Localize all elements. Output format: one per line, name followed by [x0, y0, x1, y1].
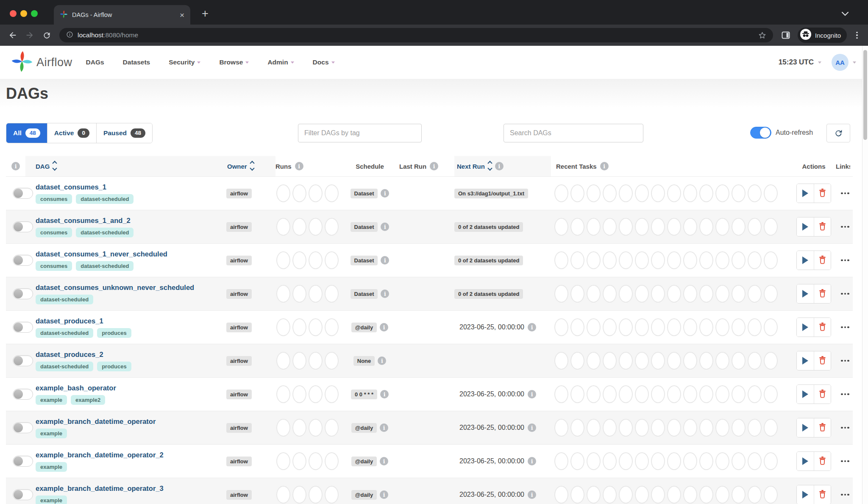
- trigger-dag-button[interactable]: [797, 418, 814, 437]
- task-state-circle[interactable]: [667, 452, 681, 470]
- task-state-circle[interactable]: [570, 285, 584, 303]
- task-state-circle[interactable]: [570, 218, 584, 236]
- task-state-circle[interactable]: [554, 486, 568, 504]
- sort-by-next-run-header[interactable]: Next Runi: [454, 156, 551, 176]
- run-state-circle[interactable]: [276, 184, 290, 202]
- side-panel-icon[interactable]: [778, 28, 793, 43]
- browser-tab[interactable]: DAGs - Airflow ×: [54, 5, 190, 25]
- dag-pause-toggle[interactable]: [13, 255, 33, 266]
- dag-tag[interactable]: example: [36, 496, 67, 504]
- task-state-circle[interactable]: [570, 352, 584, 370]
- task-state-circle[interactable]: [732, 184, 746, 202]
- task-state-circle[interactable]: [732, 218, 746, 236]
- task-state-circle[interactable]: [587, 419, 601, 437]
- run-state-circle[interactable]: [309, 419, 323, 437]
- task-state-circle[interactable]: [651, 285, 665, 303]
- site-info-icon[interactable]: [66, 31, 73, 40]
- task-state-circle[interactable]: [554, 419, 568, 437]
- task-state-circle[interactable]: [699, 318, 713, 336]
- run-state-circle[interactable]: [292, 184, 306, 202]
- run-state-circle[interactable]: [309, 218, 323, 236]
- task-state-circle[interactable]: [619, 318, 633, 336]
- task-state-circle[interactable]: [587, 184, 601, 202]
- task-state-circle[interactable]: [748, 385, 762, 403]
- run-state-circle[interactable]: [276, 251, 290, 269]
- task-state-circle[interactable]: [715, 251, 729, 269]
- task-state-circle[interactable]: [619, 285, 633, 303]
- run-state-circle[interactable]: [325, 218, 339, 236]
- task-state-circle[interactable]: [635, 419, 649, 437]
- run-state-circle[interactable]: [325, 285, 339, 303]
- run-state-circle[interactable]: [292, 285, 306, 303]
- trigger-dag-button[interactable]: [797, 284, 814, 303]
- task-state-circle[interactable]: [587, 285, 601, 303]
- task-state-circle[interactable]: [715, 352, 729, 370]
- task-state-circle[interactable]: [651, 419, 665, 437]
- task-state-circle[interactable]: [651, 318, 665, 336]
- task-state-circle[interactable]: [748, 318, 762, 336]
- task-state-circle[interactable]: [667, 419, 681, 437]
- task-state-circle[interactable]: [764, 486, 778, 504]
- maximize-window-button[interactable]: [31, 10, 38, 17]
- task-state-circle[interactable]: [667, 251, 681, 269]
- dag-link[interactable]: example_branch_datetime_operator: [36, 418, 156, 426]
- run-state-circle[interactable]: [276, 419, 290, 437]
- task-state-circle[interactable]: [699, 385, 713, 403]
- task-state-circle[interactable]: [764, 218, 778, 236]
- task-state-circle[interactable]: [587, 352, 601, 370]
- dag-links-menu[interactable]: [836, 457, 849, 465]
- run-state-circle[interactable]: [276, 318, 290, 336]
- dag-tag[interactable]: example: [36, 429, 67, 438]
- task-state-circle[interactable]: [619, 452, 633, 470]
- task-state-circle[interactable]: [748, 251, 762, 269]
- task-state-circle[interactable]: [651, 251, 665, 269]
- run-state-circle[interactable]: [292, 251, 306, 269]
- reload-icon[interactable]: [39, 28, 54, 43]
- task-state-circle[interactable]: [683, 452, 697, 470]
- nav-item-docs[interactable]: Docs: [313, 58, 335, 66]
- task-state-circle[interactable]: [732, 318, 746, 336]
- task-state-circle[interactable]: [748, 285, 762, 303]
- task-state-circle[interactable]: [667, 352, 681, 370]
- dag-pause-toggle[interactable]: [13, 322, 33, 333]
- tab-close-icon[interactable]: ×: [180, 11, 184, 19]
- task-state-circle[interactable]: [715, 218, 729, 236]
- run-state-circle[interactable]: [309, 452, 323, 470]
- new-tab-button[interactable]: +: [202, 7, 209, 20]
- dag-tag[interactable]: dataset-scheduled: [36, 295, 93, 304]
- task-state-circle[interactable]: [603, 352, 617, 370]
- dag-link[interactable]: example_branch_datetime_operator_3: [36, 485, 164, 493]
- dag-pause-toggle[interactable]: [13, 389, 33, 400]
- owner-badge[interactable]: airflow: [226, 490, 252, 500]
- run-state-circle[interactable]: [276, 486, 290, 504]
- task-state-circle[interactable]: [651, 352, 665, 370]
- dag-links-menu[interactable]: [836, 323, 849, 331]
- owner-badge[interactable]: airflow: [226, 356, 252, 366]
- task-state-circle[interactable]: [635, 218, 649, 236]
- delete-dag-button[interactable]: [814, 184, 831, 203]
- trigger-dag-button[interactable]: [797, 318, 814, 337]
- filter-paused-button[interactable]: Paused48: [97, 123, 152, 143]
- task-state-circle[interactable]: [732, 251, 746, 269]
- browser-menu-icon[interactable]: [851, 28, 863, 43]
- task-state-circle[interactable]: [764, 452, 778, 470]
- task-state-circle[interactable]: [619, 251, 633, 269]
- tab-search-chevron-icon[interactable]: [842, 10, 849, 18]
- delete-dag-button[interactable]: [814, 485, 831, 504]
- task-state-circle[interactable]: [554, 251, 568, 269]
- owner-badge[interactable]: airflow: [226, 457, 252, 466]
- dag-link[interactable]: example_bash_operator: [36, 384, 116, 392]
- close-window-button[interactable]: [10, 10, 17, 17]
- delete-dag-button[interactable]: [814, 418, 831, 437]
- task-state-circle[interactable]: [667, 318, 681, 336]
- dag-tag[interactable]: dataset-scheduled: [76, 228, 134, 237]
- task-state-circle[interactable]: [651, 486, 665, 504]
- owner-badge[interactable]: airflow: [226, 256, 252, 265]
- task-state-circle[interactable]: [651, 218, 665, 236]
- run-state-circle[interactable]: [292, 318, 306, 336]
- dag-links-menu[interactable]: [836, 290, 849, 298]
- clock-utc[interactable]: 15:23 UTC: [779, 58, 814, 67]
- filter-tags-input[interactable]: [298, 124, 422, 142]
- dag-pause-toggle[interactable]: [13, 188, 33, 199]
- run-state-circle[interactable]: [309, 385, 323, 403]
